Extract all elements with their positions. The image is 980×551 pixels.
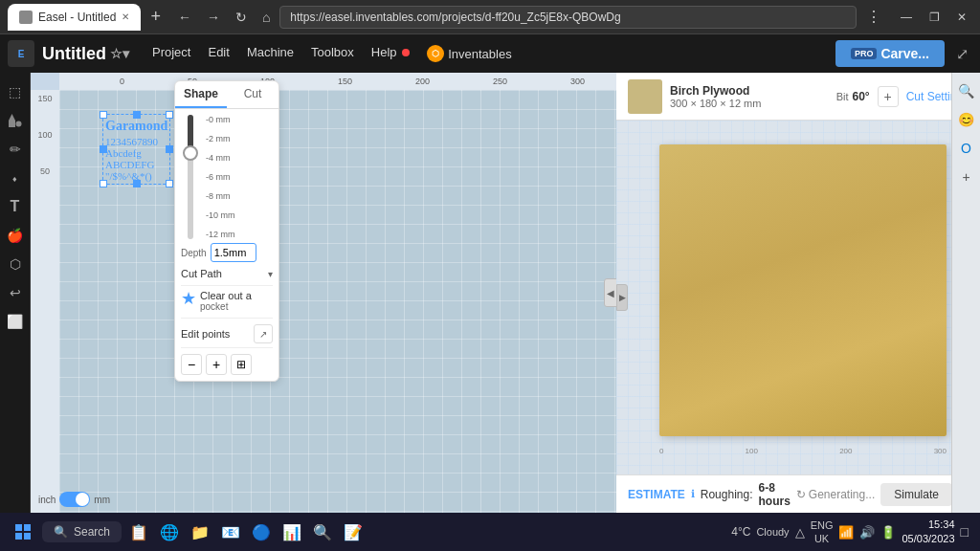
menu-inventables[interactable]: ⬡ Inventables [419,41,520,66]
menu-toolbox[interactable]: Toolbox [303,41,362,66]
depth-input-row: Depth [181,243,273,262]
taskbar-icon-3[interactable]: 📁 [187,518,213,545]
carve-btn-label: Carve... [880,46,929,61]
preview-wood [659,144,947,436]
canvas-grid[interactable]: Garamond 1234567890 Abcdefg ABCDEFG "/$%… [59,90,616,513]
battery-icon: 🔋 [880,525,896,540]
depth-0mm: -0 mm [206,115,235,124]
side-icon-add[interactable]: + [956,166,977,187]
material-info: Birch Plywood 300 × 180 × 12 mm [670,84,829,109]
handle-bottom-left[interactable] [100,180,107,187]
depth-section: -0 mm -2 mm -4 mm -6 mm -8 mm -10 mm -12… [181,115,273,239]
zoom-in-btn[interactable]: + [206,354,227,375]
taskbar-icon-5[interactable]: 🔵 [248,518,275,545]
zoom-out-btn[interactable]: − [181,354,202,375]
ruler-thumb[interactable] [183,145,198,161]
svg-rect-3 [15,524,22,531]
handle-left[interactable] [100,145,107,153]
clock[interactable]: 15:34 05/03/2023 [902,518,954,547]
app-title: Untitled ☆▾ [42,44,129,64]
tab-cut[interactable]: Cut [227,81,278,108]
preview-collapse-left[interactable]: ▶ [616,284,628,311]
taskbar-icon-1[interactable]: 📋 [125,518,152,545]
unit-toggle-switch[interactable] [59,492,90,507]
forward-btn[interactable]: → [203,8,224,27]
unit-toggle-knob [76,493,89,506]
tab-shape[interactable]: Shape [175,81,227,108]
app-title-suffix[interactable]: ☆▾ [110,46,129,61]
taskbar-icon-4[interactable]: 📧 [217,518,244,545]
tool-text[interactable]: T [4,195,27,218]
svg-rect-6 [24,533,31,540]
depth-ruler[interactable] [181,115,200,239]
fit-btn[interactable]: ⊞ [231,354,252,375]
menu-machine[interactable]: Machine [239,41,301,66]
taskbar-icon-6[interactable]: 📊 [278,518,305,545]
taskbar-search[interactable]: 🔍 Search [42,521,122,542]
add-bit-btn[interactable]: + [878,86,899,107]
menu-help[interactable]: Help [364,41,417,66]
start-btn[interactable] [8,517,38,547]
material-dims: 300 × 180 × 12 mm [670,98,829,109]
simulate-btn[interactable]: Simulate [880,483,952,506]
estimate-bar: ESTIMATE ℹ Roughing: 6-8 hours ↻ Generat… [616,474,980,513]
preview-area: 0 100 200 300 ▶ ◀ [616,121,980,474]
side-icon-outlook[interactable]: O [956,138,977,159]
canvas-area[interactable]: 0 50 100 150 200 250 300 150 100 50 Gara… [31,73,616,513]
menu-edit[interactable]: Edit [200,41,236,66]
tab-favicon [19,11,33,24]
browser-menu-btn[interactable]: ⋮ [866,8,881,26]
canvas-collapse-btn[interactable]: ◀ [604,278,616,307]
refresh-btn[interactable]: ↻ [232,8,251,27]
notification-icon[interactable]: □ [961,524,969,540]
home-btn[interactable]: ⌂ [258,8,274,27]
close-btn[interactable]: ✕ [951,9,972,26]
bit-value: 60° [852,90,869,103]
handle-bottom[interactable] [133,180,141,187]
handle-right[interactable] [166,145,173,153]
depth-4mm: -4 mm [206,153,235,163]
estimate-info-icon[interactable]: ℹ [691,488,695,500]
unit-toggle[interactable]: inch mm [38,492,110,507]
handle-top[interactable] [133,111,141,119]
side-icon-face[interactable]: 😊 [956,109,977,130]
app-settings-icon[interactable]: ⤢ [952,41,972,67]
browser-tab[interactable]: Easel - Untitled ✕ [8,4,141,31]
taskbar: 🔍 Search 📋 🌐 📁 📧 🔵 📊 🔍 📝 4°C Cloudy △ EN… [0,513,980,551]
tool-undo[interactable]: ↩ [4,281,27,304]
browser-bar: Easel - Untitled ✕ + ← → ↻ ⌂ ⋮ — ❐ ✕ [0,0,980,34]
lang-region: UK [811,532,834,545]
tool-select[interactable]: ⬚ [4,80,27,103]
taskbar-icon-7[interactable]: 🔍 [309,518,336,545]
carve-button[interactable]: PRO Carve... [835,40,945,67]
minimize-btn[interactable]: — [895,9,918,26]
canvas-shape-group[interactable]: Garamond 1234567890 Abcdefg ABCDEFG "/$%… [102,114,170,185]
language-indicator: ENG UK [811,518,834,546]
side-icon-search[interactable]: 🔍 [956,80,977,101]
tool-shapes[interactable] [4,109,27,132]
depth-input[interactable] [211,243,256,262]
handle-top-right[interactable] [166,111,173,119]
cut-path-arrow: ▾ [268,269,273,279]
taskbar-icon-8[interactable]: 📝 [340,518,367,545]
menu-project[interactable]: Project [145,41,198,66]
back-btn[interactable]: ← [174,8,195,27]
shape-container[interactable]: Garamond 1234567890 Abcdefg ABCDEFG "/$%… [102,114,170,185]
clear-pocket-text: Clear out a pocket [200,290,252,312]
search-icon: 🔍 [54,525,68,539]
restore-btn[interactable]: ❐ [924,9,946,26]
handle-bottom-right[interactable] [166,180,173,187]
tool-import[interactable]: 🍎 [4,224,27,247]
handle-top-left[interactable] [100,111,107,119]
tool-3d[interactable]: ⬡ [4,253,27,276]
address-bar[interactable] [279,6,857,29]
taskbar-icon-2[interactable]: 🌐 [156,518,183,545]
edit-points-btn[interactable]: ↗ [254,324,273,343]
browser-controls: ← → ↻ ⌂ [174,8,274,27]
tool-pen[interactable]: ✏ [4,138,27,161]
tool-layers[interactable]: ⬜ [4,310,27,333]
tab-close-btn[interactable]: ✕ [122,11,129,22]
tool-node[interactable]: ⬧ [4,166,27,189]
new-tab-btn[interactable]: + [150,7,161,27]
tray-icon-up[interactable]: △ [795,525,805,540]
